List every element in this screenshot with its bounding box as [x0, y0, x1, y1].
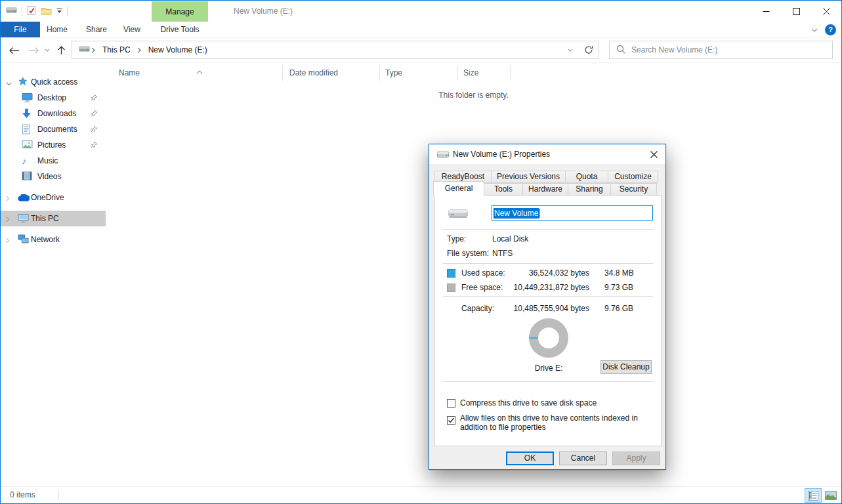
tab-view[interactable]: View [116, 22, 148, 37]
sidebar-item-onedrive[interactable]: OneDrive [1, 190, 106, 205]
column-header-size[interactable]: Size [458, 65, 511, 81]
tab-sharing[interactable]: Sharing [568, 183, 611, 196]
search-box[interactable] [609, 41, 833, 59]
search-input[interactable] [631, 45, 826, 54]
tab-file[interactable]: File [1, 22, 40, 37]
donut-chart [528, 317, 570, 361]
documents-icon [22, 124, 31, 136]
column-header-name[interactable]: Name [106, 65, 283, 81]
thumbnails-view-icon [825, 491, 837, 500]
sidebar-item-videos[interactable]: Videos [1, 169, 106, 184]
volume-name-input[interactable]: New Volume [492, 205, 653, 220]
check-document-icon[interactable] [27, 5, 36, 18]
sidebar-item-label: Pictures [37, 137, 66, 153]
close-button[interactable] [811, 1, 841, 22]
ribbon-tab-strip: File Home Share View Drive Tools ? [1, 22, 841, 37]
dialog-tab-row-front: General Tools Hardware Sharing Security [433, 181, 656, 196]
sidebar-item-this-pc[interactable]: This PC [1, 211, 106, 226]
chevron-down-icon[interactable] [6, 79, 12, 88]
volume-name-value: New Volume [494, 208, 539, 219]
forward-icon [28, 47, 39, 54]
maximize-button[interactable] [781, 1, 811, 22]
chevron-right-icon[interactable] [6, 215, 10, 224]
type-value: Local Disk [492, 234, 528, 243]
help-icon[interactable]: ? [825, 24, 836, 35]
window-controls [751, 1, 841, 22]
dialog-buttons: OK Cancel Apply [506, 452, 660, 465]
back-icon [9, 47, 20, 54]
breadcrumb-item-current[interactable]: New Volume (E:) [143, 45, 213, 54]
sidebar-item-pictures[interactable]: Pictures [1, 137, 106, 153]
dialog-title-bar: New Volume (E:) Properties [429, 144, 665, 164]
address-dropdown-icon[interactable] [562, 41, 579, 58]
column-headers: Name Date modified Type Size [106, 65, 841, 81]
tab-general[interactable]: General [433, 181, 484, 196]
tab-share[interactable]: Share [79, 22, 114, 37]
back-button[interactable] [6, 37, 22, 63]
apply-button[interactable]: Apply [612, 452, 660, 465]
sidebar-item-desktop[interactable]: Desktop [1, 90, 106, 106]
sidebar-item-downloads[interactable]: Downloads [1, 106, 106, 121]
compress-checkbox[interactable] [447, 399, 455, 408]
close-icon [823, 8, 830, 15]
tab-security[interactable]: Security [610, 183, 657, 196]
free-space-label: Free space: [461, 283, 503, 292]
desktop-icon [22, 93, 33, 105]
item-count: 0 items [10, 487, 35, 503]
forward-button[interactable] [26, 37, 41, 63]
divider [67, 7, 68, 16]
drive-icon [6, 7, 17, 16]
ribbon-collapse-icon[interactable] [811, 25, 818, 34]
sidebar-item-network[interactable]: Network [1, 232, 106, 247]
index-checkbox-label[interactable]: Allow files on this drive to have conten… [460, 414, 656, 432]
sidebar-item-label: Downloads [37, 106, 76, 121]
text-caret [539, 209, 539, 218]
chevron-right-icon[interactable] [6, 194, 10, 203]
tab-drive-tools[interactable]: Drive Tools [152, 22, 208, 37]
sidebar-item-quick-access[interactable]: Quick access [1, 74, 106, 90]
manage-contextual-group[interactable]: Manage [152, 1, 208, 22]
breadcrumb-item-this-pc[interactable]: This PC [97, 45, 136, 54]
index-checkbox[interactable] [447, 416, 455, 425]
properties-dialog: New Volume (E:) Properties ReadyBoost Pr… [429, 144, 666, 470]
free-space-swatch [447, 284, 455, 292]
compress-checkbox-label[interactable]: Compress this drive to save disk space [460, 399, 597, 408]
refresh-icon [584, 45, 593, 54]
tab-tools[interactable]: Tools [484, 183, 523, 196]
breadcrumb[interactable]: This PC New Volume (E:) [72, 41, 579, 59]
qat-customize-icon[interactable] [56, 7, 62, 16]
column-header-date-modified[interactable]: Date modified [283, 65, 380, 81]
column-header-type[interactable]: Type [380, 65, 458, 81]
new-folder-icon[interactable] [41, 6, 52, 17]
dialog-title: New Volume (E:) Properties [453, 144, 550, 164]
type-label: Type: [447, 234, 466, 243]
up-icon [57, 45, 66, 55]
cancel-button[interactable]: Cancel [559, 452, 607, 465]
tab-home[interactable]: Home [41, 22, 73, 37]
breadcrumb-drive-icon [79, 45, 90, 54]
sidebar-item-music[interactable]: ♪ Music [1, 153, 106, 169]
chevron-right-icon[interactable] [6, 236, 10, 245]
sidebar-item-documents[interactable]: Documents [1, 121, 106, 137]
refresh-button[interactable] [579, 41, 599, 59]
chevron-right-icon [90, 47, 97, 53]
ok-button[interactable]: OK [506, 452, 554, 465]
capacity-size: 9.76 GB [604, 304, 633, 313]
search-icon [616, 45, 625, 56]
thumbnails-view-button[interactable] [822, 488, 839, 503]
sort-ascending-icon[interactable] [196, 64, 203, 79]
recent-locations-icon[interactable] [43, 37, 52, 63]
details-view-button[interactable] [805, 488, 822, 503]
chevron-right-icon [136, 47, 143, 53]
pin-icon [91, 94, 98, 103]
up-button[interactable] [54, 37, 68, 63]
divider [443, 381, 653, 382]
quick-access-toolbar [6, 1, 68, 22]
divider [22, 7, 22, 16]
tab-hardware[interactable]: Hardware [522, 183, 568, 196]
minimize-button[interactable] [751, 1, 781, 22]
disk-cleanup-button[interactable]: Disk Cleanup [600, 360, 652, 374]
maximize-icon [793, 8, 800, 15]
dialog-close-button[interactable] [642, 144, 665, 164]
music-icon: ♪ [22, 156, 26, 165]
